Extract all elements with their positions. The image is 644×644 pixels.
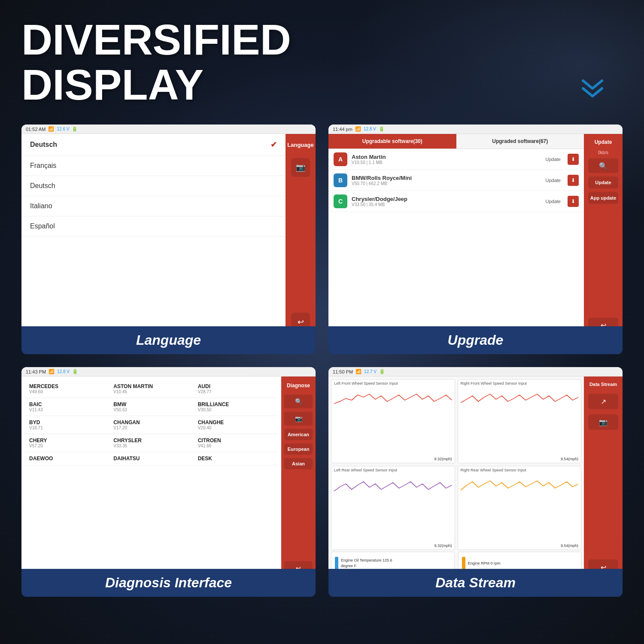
language-list: Deutsch ✔ Français Deutsch Italiano [21, 134, 286, 326]
chart-area: Left Front Wheel Speed Sensor Input 9.32… [331, 379, 581, 550]
upgrade-tabs: Upgradable software(30) Upgraded softwar… [328, 134, 584, 149]
datastream-sidebar: Data Stream ↗ 📷 ↩ [584, 377, 623, 569]
diagnose-screen-body: MERCEDES V49.60 ASTON MARTIN V10.45 AUDI… [21, 377, 316, 569]
software-item-aston[interactable]: A Aston Martin V10.50 | 1.1 MB Update ⬇ [328, 149, 584, 170]
diagnose-time: 11:43 PM [26, 369, 46, 374]
chart-value-lf: 9.32(mph) [434, 457, 452, 461]
software-item-bmw[interactable]: B BMW/Rolls Royce/Mini V50.70 | 662.2 MB… [328, 170, 584, 191]
diagnose-label: Diagnosis Interface [21, 569, 316, 597]
datastream-sidebar-label: Data Stream [588, 380, 619, 389]
diagnose-battery-icon: 🔋 [72, 369, 78, 374]
language-sidebar-label: Language [286, 138, 315, 152]
sw-icon-c: C [334, 194, 347, 208]
brand-grid: MERCEDES V49.60 ASTON MARTIN V10.45 AUDI… [21, 377, 281, 469]
brand-audi[interactable]: AUDI V28.77 [194, 380, 278, 398]
brand-changan[interactable]: CHANGAN V17.20 [109, 416, 193, 434]
language-sidebar: Language 📷 ↩ [286, 134, 316, 326]
language-screen-body: Deutsch ✔ Français Deutsch Italiano [21, 134, 316, 326]
diagnose-search-button[interactable]: 🔍 [284, 395, 313, 408]
upgrade-time: 11:44 pm [333, 127, 352, 132]
hero-title-line2: DISPLAY [21, 62, 623, 107]
datastream-wifi-icon: 📶 [355, 369, 361, 374]
language-camera-button[interactable]: 📷 [291, 158, 310, 177]
datastream-screen-body: Left Front Wheel Speed Sensor Input 9.32… [328, 377, 623, 569]
oil-temp-text: Engine Oil Temperature 125.6degree F [341, 558, 392, 568]
sw-download-chrysler[interactable]: ⬇ [568, 196, 579, 207]
data-items-bottom: Engine Oil Temperature 125.6degree F Eng… [331, 552, 581, 569]
sw-update-label-chrysler: Update [546, 199, 561, 204]
lang-item-deutsch-selected[interactable]: Deutsch ✔ [21, 134, 286, 156]
chart-svg-rf [461, 386, 579, 412]
language-back-button[interactable]: ↩ [291, 313, 310, 326]
upgrade-back-button[interactable]: ↩ [588, 318, 618, 326]
upgrade-sidebar: Update 0kb/s 🔍 Update App update ↩ [584, 134, 623, 326]
sw-icon-a: A [334, 152, 347, 166]
lang-item-italiano[interactable]: Italiano [21, 196, 286, 216]
battery-icon: 🔋 [72, 126, 78, 132]
chart-title-lr: Left Rear Wheel Speed Sensor Input [334, 468, 452, 472]
diagnose-back-button[interactable]: ↩ [284, 561, 313, 569]
software-item-chrysler[interactable]: C Chrysler/Dodge/Jeep V33.50 | 35.4 MB U… [328, 191, 584, 212]
language-time: 01:52 AM [26, 127, 46, 132]
lang-item-deutsch2[interactable]: Deutsch [21, 176, 286, 196]
chart-value-lr: 9.32(mph) [434, 544, 452, 548]
check-icon: ✔ [270, 140, 277, 149]
brand-mercedes[interactable]: MERCEDES V49.60 [25, 380, 109, 398]
hero-title: DIVERSIFIED DISPLAY [21, 17, 623, 107]
brand-brilliance[interactable]: BRILLIANCE V30.50 [194, 398, 278, 416]
diagnose-main: MERCEDES V49.60 ASTON MARTIN V10.45 AUDI… [21, 377, 281, 569]
screens-grid: 01:52 AM 📶 12.6 V 🔋 Deutsch ✔ Français [21, 125, 623, 597]
upgrade-status-bar: 11:44 pm 📶 12.8 V 🔋 [328, 125, 623, 134]
datastream-back-button[interactable]: ↩ [588, 559, 618, 569]
chart-svg-lf [334, 386, 452, 412]
diagnose-voltage: 12.8 V [57, 369, 70, 374]
language-voltage: 12.6 V [57, 127, 69, 131]
brand-citroen[interactable]: CITROEN V41.66 [194, 434, 278, 452]
sw-download-aston[interactable]: ⬇ [568, 154, 579, 165]
tab-upgradable[interactable]: Upgradable software(30) [328, 134, 456, 149]
brand-chrysler[interactable]: CHRYSLER V33.35 [109, 434, 193, 452]
chart-value-rf: 9.54(mph) [561, 457, 578, 461]
datastream-main: Left Front Wheel Speed Sensor Input 9.32… [328, 377, 584, 569]
brand-desk[interactable]: DESK [194, 452, 278, 465]
chart-left-front: Left Front Wheel Speed Sensor Input 9.32… [331, 379, 455, 463]
datastream-voltage: 12.7 V [364, 369, 377, 374]
datastream-card: 11:50 PM 📶 12.7 V 🔋 Left Front Wheel Spe… [328, 367, 623, 597]
lang-item-espanol[interactable]: Español [21, 216, 286, 237]
brand-bmw[interactable]: BMW V50.63 [109, 398, 193, 416]
upgrade-app-update-button[interactable]: App update [588, 192, 618, 204]
tab-upgraded[interactable]: Upgraded software(67) [456, 134, 584, 149]
brand-chery[interactable]: CHERY V57.20 [25, 434, 109, 452]
brand-daihatsu[interactable]: DAIHATSU [109, 452, 193, 465]
upgrade-update-button[interactable]: Update [588, 176, 618, 188]
sw-download-bmw[interactable]: ⬇ [568, 175, 579, 186]
diagnose-american-button[interactable]: American [284, 429, 313, 440]
brand-baic[interactable]: BAIC V11.43 [25, 398, 109, 416]
lang-item-francais[interactable]: Français [21, 156, 286, 176]
upgrade-card: 11:44 pm 📶 12.8 V 🔋 Upgradable software(… [328, 125, 623, 354]
upgrade-voltage: 12.8 V [364, 127, 376, 131]
diagnose-asian-button[interactable]: Asian [284, 458, 313, 469]
language-display: 01:52 AM 📶 12.6 V 🔋 Deutsch ✔ Français [21, 125, 316, 326]
datastream-export-button[interactable]: ↗ [588, 394, 618, 409]
diagnose-european-button[interactable]: European [284, 444, 313, 455]
chart-left-rear: Left Rear Wheel Speed Sensor Input 9.32(… [331, 466, 455, 550]
diagnose-card: 11:43 PM 📶 12.8 V 🔋 MERCEDES V49.60 [21, 367, 316, 597]
upgrade-search-button[interactable]: 🔍 [588, 158, 618, 173]
brand-aston-martin[interactable]: ASTON MARTIN V10.45 [109, 380, 193, 398]
brand-daewoo[interactable]: DAEWOO [25, 452, 109, 465]
datastream-camera-button[interactable]: 📷 [588, 414, 618, 430]
chart-svg-lr [334, 473, 452, 499]
engine-rpm-text: Engine RPM 0 rpm [468, 561, 501, 566]
diagnose-sidebar: Diagnose 🔍 📷 American European Asian ↩ [281, 377, 316, 569]
upgrade-display: 11:44 pm 📶 12.8 V 🔋 Upgradable software(… [328, 125, 623, 326]
diagnose-camera-button[interactable]: 📷 [284, 412, 313, 425]
language-status-bar: 01:52 AM 📶 12.6 V 🔋 [21, 125, 316, 134]
chart-value-rr: 9.54(mph) [561, 544, 578, 548]
diagnose-status-bar: 11:43 PM 📶 12.8 V 🔋 [21, 367, 316, 377]
brand-byd[interactable]: BYD V18.71 [25, 416, 109, 434]
brand-changhe[interactable]: CHANGHE V20.40 [194, 416, 278, 434]
sw-info-aston: Aston Martin V10.50 | 1.1 MB [352, 154, 541, 165]
datastream-time: 11:50 PM [333, 369, 353, 374]
datastream-battery-icon: 🔋 [379, 369, 385, 374]
